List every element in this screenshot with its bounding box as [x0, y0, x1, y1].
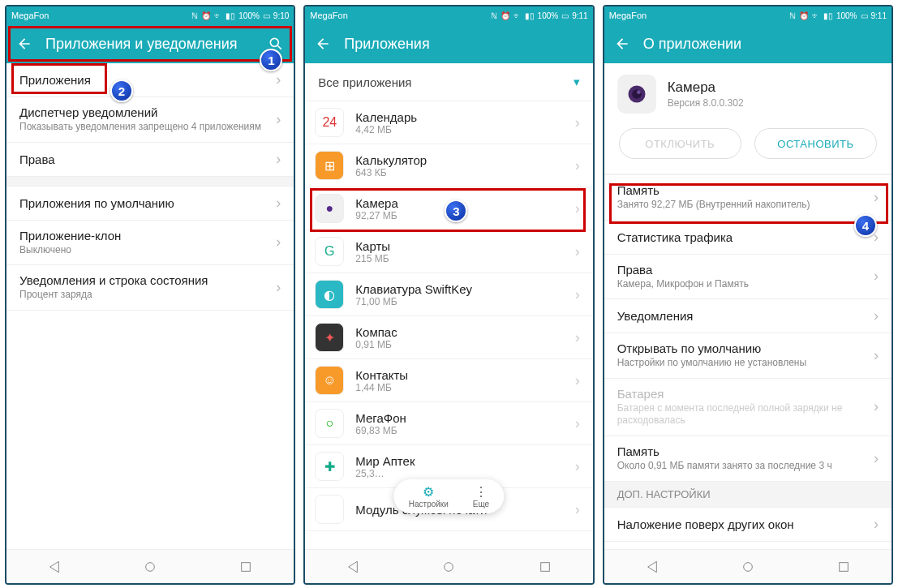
chevron-right-icon: ›: [575, 243, 580, 260]
nav-recent[interactable]: [238, 560, 253, 574]
chevron-right-icon: ›: [276, 71, 281, 88]
content: Приложения › Диспетчер уведомлений Показ…: [6, 63, 294, 549]
svg-point-4: [445, 562, 453, 571]
svg-rect-5: [540, 562, 549, 571]
row-default-apps[interactable]: Приложения по умолчанию ›: [6, 187, 294, 221]
detail-row[interactable]: Память Около 0,91 МБ памяти занято за по…: [604, 436, 892, 482]
status-right: ℕ ⏰ ᯤ ▮▯ 100% ▭ 9:10: [191, 11, 289, 20]
battery-pct: 100%: [538, 11, 559, 20]
chevron-right-icon: ›: [276, 195, 281, 212]
app-icon: ◐: [315, 280, 344, 309]
nav-bar: [604, 549, 892, 583]
back-button[interactable]: [313, 34, 333, 54]
floating-menu: ⚙ Настройки ⋮ Еще: [394, 479, 504, 513]
app-name: Календарь: [355, 110, 574, 124]
back-button[interactable]: [15, 34, 34, 54]
app-row-карты[interactable]: G Карты 215 МБ ›: [305, 230, 592, 273]
disable-button[interactable]: ОТКЛЮЧИТЬ: [619, 128, 741, 159]
app-name: Компас: [355, 325, 574, 339]
row-app-clone[interactable]: Приложение-клон Выключено ›: [6, 221, 294, 266]
title-bar: Приложения и уведомления: [6, 24, 294, 63]
divider: [6, 177, 294, 187]
app-row-компас[interactable]: ✦ Компас 0,91 МБ ›: [305, 316, 592, 359]
row-title: Наложение поверх других окон: [617, 517, 874, 531]
row-title: Права: [19, 152, 276, 166]
row-title: Приложения по умолчанию: [19, 196, 276, 210]
alarm-icon: ⏰: [201, 11, 211, 20]
nav-home[interactable]: [143, 560, 157, 574]
nav-bar: [305, 549, 592, 583]
app-size: 1,44 МБ: [355, 382, 574, 393]
app-header: Камера Версия 8.0.0.302: [604, 63, 892, 128]
row-notif-manager[interactable]: Диспетчер уведомлений Показывать уведомл…: [6, 97, 294, 143]
svg-rect-10: [840, 562, 849, 571]
chevron-right-icon: ›: [575, 157, 580, 174]
nav-back[interactable]: [47, 560, 62, 574]
app-row-клавиатура swiftkey[interactable]: ◐ Клавиатура SwiftKey 71,00 МБ ›: [305, 273, 592, 316]
wifi-icon: ᯤ: [513, 11, 522, 20]
detail-row[interactable]: Права Камера, Микрофон и Память ›: [604, 255, 892, 300]
chevron-right-icon: ›: [575, 329, 580, 346]
app-size: 4,42 МБ: [355, 124, 574, 135]
menu-settings[interactable]: ⚙ Настройки: [409, 484, 449, 509]
detail-row[interactable]: Открывать по умолчанию Настройки по умол…: [604, 333, 892, 379]
app-icon: 24: [315, 108, 344, 137]
chevron-right-icon: ›: [874, 268, 879, 285]
row-apps[interactable]: Приложения ›: [6, 63, 294, 97]
back-button[interactable]: [612, 34, 632, 54]
row-notif-statusbar[interactable]: Уведомления и строка состояния Процент з…: [6, 265, 294, 311]
callout-badge-4: 4: [854, 214, 877, 237]
app-icon: G: [315, 237, 344, 266]
menu-more[interactable]: ⋮ Еще: [473, 484, 489, 509]
app-size: 643 КБ: [355, 167, 574, 178]
detail-row[interactable]: Статистика трафика ›: [604, 221, 892, 255]
section-addl: ДОП. НАСТРОЙКИ: [604, 482, 892, 508]
nav-back[interactable]: [645, 560, 660, 574]
row-sub: Выключено: [19, 244, 276, 257]
app-name: Мир Аптек: [355, 454, 574, 468]
nav-home[interactable]: [441, 560, 456, 574]
page-title: О приложении: [643, 36, 741, 53]
row-sub: Батарея с момента последней полной заряд…: [617, 402, 874, 427]
app-icon: ⊞: [315, 151, 344, 180]
nav-home[interactable]: [741, 560, 755, 574]
chevron-right-icon: ›: [575, 114, 580, 131]
row-sub: Занято 92,27 МБ (Внутренний накопитель): [617, 199, 874, 212]
svg-point-9: [743, 562, 752, 571]
alarm-icon: ⏰: [501, 11, 510, 20]
nfc-icon: ℕ: [789, 11, 796, 20]
row-overlay[interactable]: Наложение поверх других окон ›: [604, 508, 892, 542]
carrier-label: MegaFon: [310, 11, 347, 20]
nav-back[interactable]: [346, 560, 360, 574]
svg-point-0: [271, 38, 279, 46]
chevron-right-icon: ›: [874, 398, 879, 415]
app-version: Версия 8.0.0.302: [668, 97, 744, 109]
chevron-right-icon: ›: [575, 458, 580, 475]
nav-recent[interactable]: [836, 560, 851, 574]
stop-button[interactable]: ОСТАНОВИТЬ: [754, 128, 877, 159]
nav-recent[interactable]: [538, 560, 552, 574]
menu-label: Еще: [473, 500, 489, 509]
app-row-калькулятор[interactable]: ⊞ Калькулятор 643 КБ ›: [305, 144, 592, 187]
svg-point-2: [146, 562, 155, 571]
app-row-контакты[interactable]: ☺ Контакты 1,44 МБ ›: [305, 359, 592, 402]
app-row-календарь[interactable]: 24 Календарь 4,42 МБ ›: [305, 101, 592, 144]
battery-icon: ▭: [861, 11, 868, 20]
page-title: Приложения и уведомления: [45, 36, 238, 53]
app-row-мегафон[interactable]: ○ МегаФон 69,83 МБ ›: [305, 402, 592, 445]
chevron-right-icon: ›: [874, 450, 879, 467]
caret-down-icon: ▾: [574, 75, 580, 89]
row-sub: Камера, Микрофон и Память: [617, 278, 874, 291]
clock: 9:11: [871, 11, 887, 20]
app-size: 69,83 МБ: [355, 425, 574, 436]
dots-icon: ⋮: [473, 484, 489, 500]
row-permissions[interactable]: Права ›: [6, 143, 294, 177]
status-right: ℕ ⏰ ᯤ ▮▯ 100% ▭ 9:11: [789, 11, 887, 20]
status-right: ℕ ⏰ ᯤ ▮▯ 100% ▭ 9:11: [491, 11, 588, 20]
nfc-icon: ℕ: [491, 11, 497, 20]
filter-dropdown[interactable]: Все приложения ▾: [305, 63, 592, 101]
detail-row[interactable]: Память Занято 92,27 МБ (Внутренний накоп…: [604, 175, 892, 221]
detail-row[interactable]: Уведомления ›: [604, 299, 892, 333]
status-bar: MegaFon ℕ ⏰ ᯤ ▮▯ 100% ▭ 9:11: [305, 6, 592, 24]
app-name: Клавиатура SwiftKey: [355, 282, 574, 296]
